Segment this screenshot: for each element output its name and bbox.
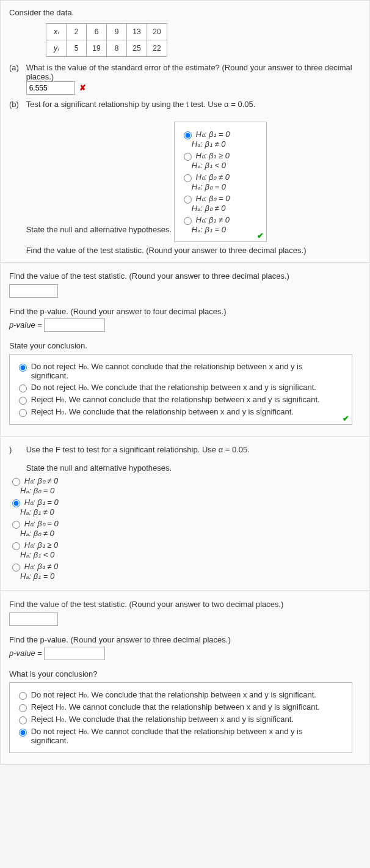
find-ts-label-2: Find the value of the test statistic. (R…	[9, 271, 361, 281]
find-ts-label: Find the value of the test statistic. (R…	[26, 246, 307, 255]
table-cell: 6	[87, 24, 107, 40]
hypothesis-options-b: H₀: β₁ = 0 Hₐ: β₁ ≠ 0 H₀: β₁ ≥ 0 Hₐ: β₁ …	[174, 122, 267, 242]
table-cell: 8	[107, 40, 127, 57]
ftest-section: ) Use the F test to test for a significa…	[0, 438, 370, 591]
hyp-c-radio-3[interactable]	[12, 542, 20, 550]
hyp-b-radio-3[interactable]	[184, 196, 192, 204]
ftest-results-section: Find the value of the test statistic. (R…	[0, 592, 370, 765]
hyp-c-radio-2[interactable]	[12, 521, 20, 529]
f-pvalue-label: p-value =	[9, 649, 42, 658]
fconc-radio-3[interactable]	[19, 729, 27, 737]
hyp-c-radio-4[interactable]	[12, 564, 20, 572]
state-hypotheses-label-c: State the null and alternative hypothese…	[26, 463, 172, 473]
table-cell: 25	[127, 40, 147, 57]
check-icon: ✔	[343, 414, 349, 423]
table-cell: 13	[127, 24, 147, 40]
hyp-b-radio-0[interactable]	[184, 131, 192, 139]
part-a-question: What is the value of the standard error …	[26, 63, 352, 81]
part-c-question: Use the F test to test for a significant…	[26, 445, 250, 454]
hyp-c-radio-0[interactable]	[12, 478, 20, 486]
state-conclusion-label: State your conclusion.	[9, 341, 361, 350]
f-conclusion-options: Do not reject H₀. We conclude that the r…	[9, 682, 352, 753]
table-cell: 20	[147, 24, 167, 40]
tconc-radio-0[interactable]	[19, 364, 27, 372]
tconc-radio-3[interactable]	[19, 409, 27, 417]
part-b-label: (b)	[9, 100, 24, 109]
table-cell: 22	[147, 40, 167, 57]
pvalue-label: p-value =	[9, 320, 42, 329]
hyp-b-radio-2[interactable]	[184, 174, 192, 182]
tconc-radio-2[interactable]	[19, 397, 27, 405]
state-hypotheses-label: State the null and alternative hypothese…	[26, 225, 172, 234]
table-cell: 19	[87, 40, 107, 57]
table-cell: 2	[67, 24, 87, 40]
data-table: xᵢ 2 6 9 13 20 yᵢ 5 19 8 25 22	[46, 23, 167, 57]
part-c-label: )	[9, 445, 24, 454]
yi-label: yᵢ	[46, 40, 67, 57]
wrong-icon: ✘	[79, 83, 86, 92]
t-pvalue-input[interactable]	[44, 318, 105, 332]
fconc-radio-1[interactable]	[19, 704, 27, 712]
intro-text: Consider the data.	[9, 8, 361, 17]
table-cell: 9	[107, 24, 127, 40]
what-conclusion-label: What is your conclusion?	[9, 669, 361, 679]
hyp-b-radio-1[interactable]	[184, 153, 192, 161]
check-icon: ✔	[257, 231, 264, 240]
hyp-b-radio-4[interactable]	[184, 217, 192, 225]
intro-section: Consider the data. xᵢ 2 6 9 13 20 yᵢ 5 1…	[0, 0, 370, 263]
part-b-question: Test for a significant relationship by u…	[26, 100, 256, 109]
ttest-results-section: Find the value of the test statistic. (R…	[0, 264, 370, 436]
t-conclusion-options: Do not reject H₀. We cannot conclude tha…	[9, 354, 352, 425]
t-test-stat-input[interactable]	[9, 284, 58, 298]
f-test-stat-input[interactable]	[9, 612, 58, 626]
std-error-input[interactable]	[26, 81, 75, 95]
part-a-label: (a)	[9, 63, 24, 72]
xi-label: xᵢ	[46, 24, 67, 40]
find-fts-label: Find the value of the test statistic. (R…	[9, 600, 361, 609]
find-fp-label: Find the p-value. (Round your answer to …	[9, 635, 361, 644]
hyp-c-radio-1[interactable]	[12, 499, 20, 507]
find-p-label: Find the p-value. (Round your answer to …	[9, 307, 361, 316]
fconc-radio-2[interactable]	[19, 716, 27, 724]
table-cell: 5	[67, 40, 87, 57]
f-pvalue-input[interactable]	[44, 647, 105, 660]
tconc-radio-1[interactable]	[19, 384, 27, 392]
fconc-radio-0[interactable]	[19, 692, 27, 700]
